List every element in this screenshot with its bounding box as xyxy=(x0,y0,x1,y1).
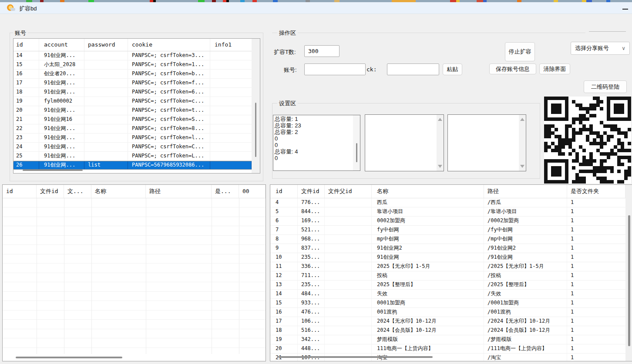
expand-t-input[interactable] xyxy=(304,45,340,57)
account-row[interactable]: 2491创业网...PANPSC=; csrfToken=C... xyxy=(13,143,260,152)
scroll-up-icon[interactable] xyxy=(520,118,524,121)
file-row[interactable]: 20448...111电商一【上货内容】/111电商一【上货内容】1 xyxy=(270,344,625,354)
account-row[interactable]: 1791创业网...PANPSC=; csrfToken=f... xyxy=(13,79,260,88)
rt-col-name[interactable]: 名称 xyxy=(372,185,484,198)
file-row[interactable]: 13235...2025【整理后】/2025【整理后】1 xyxy=(270,281,625,290)
capacity-line[interactable]: 0 xyxy=(273,155,360,161)
account-cell-password xyxy=(84,115,128,124)
scroll-up-icon[interactable] xyxy=(438,118,442,121)
file-row[interactable]: 11336...2025【无水印】1-5月/2025【无水印】1-5月1 xyxy=(270,262,625,271)
file-row[interactable]: 5844...靠谱小项目/靠谱小项目1 xyxy=(270,207,625,217)
account-col-id[interactable]: id xyxy=(13,39,39,51)
file-row[interactable]: 12711...投稿/投稿1 xyxy=(270,271,625,281)
account-cell-account: 91创业网... xyxy=(39,79,84,87)
lt-col-fileid[interactable]: 文件id xyxy=(37,185,64,198)
file-cell: 19 xyxy=(270,335,298,344)
account-row[interactable]: 2591创业网...PANPSC=; csrfToken=L... xyxy=(13,152,260,161)
file-row[interactable]: 16476...001渡鸦/001渡鸦1 xyxy=(270,308,625,317)
file-cell: 001渡鸦 xyxy=(372,308,484,317)
rt-col-fileid[interactable]: 文件id xyxy=(298,185,325,198)
account-row[interactable]: 19fylm00002PANPSC=; csrfToken=c... xyxy=(13,97,260,106)
paste-button[interactable]: 粘贴 xyxy=(443,63,462,75)
lt-col-path[interactable]: 路径 xyxy=(146,185,212,198)
account-col-cookie[interactable]: cookie xyxy=(128,39,210,51)
file-row[interactable]: 4776...西瓜/西瓜1 xyxy=(270,198,625,207)
capacity-line[interactable]: 0 xyxy=(273,142,360,148)
account-col-info1[interactable]: info1 xyxy=(210,39,252,51)
account-row[interactable]: 2691创业网...listPANPSC=5679685932086... xyxy=(13,161,260,170)
capacity-line[interactable]: 总容量: 23 xyxy=(273,122,360,129)
file-row[interactable]: 18516...2024【会员版】10-12月/2024【会员版】10-12月1 xyxy=(270,326,625,335)
capacity-line[interactable]: 总容量: 1 xyxy=(273,116,360,122)
account-row[interactable]: 2291创业网...PANPSC=; csrfToken=8... xyxy=(13,124,260,134)
account-cell-info1 xyxy=(210,152,252,160)
account-cell-account: 91创业网... xyxy=(39,143,84,151)
right-table-vscroll-thumb[interactable] xyxy=(628,215,630,346)
capacity-scroll-thumb[interactable] xyxy=(356,143,357,162)
account-col-password[interactable]: password xyxy=(84,39,128,51)
file-cell: 235... xyxy=(298,253,325,262)
account-cell-cookie: PANPSC=; csrfToken=6... xyxy=(128,88,210,97)
minimize-button[interactable] xyxy=(621,5,630,13)
lt-col-isdir[interactable]: 是... xyxy=(212,185,239,198)
lt-col-id[interactable]: id xyxy=(3,185,37,198)
right-file-table: id 文件id 文件父id 名称 路径 是否文件夹 4776...西瓜/西瓜15… xyxy=(270,184,632,361)
file-row[interactable]: 17106...2024【无水印】10-12月/2024【无水印】10-12月1 xyxy=(270,317,625,326)
scroll-down-icon[interactable] xyxy=(520,165,524,168)
file-row[interactable]: 8968...mp中创网/mp中创网1 xyxy=(270,235,625,244)
account-row[interactable]: 16创业者20...PANPSC=; csrfToken=b... xyxy=(13,70,260,79)
capacity-line[interactable]: 0 xyxy=(273,135,360,142)
account-cell-cookie: PANPSC=; csrfToken=f... xyxy=(128,79,210,87)
account-row[interactable]: 2091创业网...PANPSC=; csrfToken=t... xyxy=(13,106,260,115)
left-table-hscroll-thumb[interactable] xyxy=(16,357,122,358)
op-account-input[interactable] xyxy=(304,63,366,75)
account-hscroll-thumb[interactable] xyxy=(23,170,83,171)
file-row[interactable]: 15933...0001加盟商/0001加盟商1 xyxy=(270,299,625,308)
right-table-header: id 文件id 文件父id 名称 路径 是否文件夹 xyxy=(270,185,632,198)
file-row[interactable]: 19342...梦雨模版/梦雨模版1 xyxy=(270,335,625,344)
capacity-line[interactable]: 总容量: 4 xyxy=(273,148,360,155)
file-row[interactable]: 6169...0002加盟商/0002加盟商1 xyxy=(270,217,625,226)
file-cell: 235... xyxy=(298,281,325,289)
clear-ui-button[interactable]: 清除界面 xyxy=(539,63,570,74)
account-row[interactable]: 2391创业网...PANPSC=; csrfToken=l... xyxy=(13,134,260,143)
rt-col-path[interactable]: 路径 xyxy=(484,185,567,198)
rt-col-id[interactable]: id xyxy=(270,185,298,198)
share-account-select[interactable]: 选择分享账号 ∨ xyxy=(571,42,630,55)
account-col-account[interactable]: account xyxy=(39,39,84,51)
scroll-down-icon[interactable] xyxy=(438,165,442,168)
account-vscroll-thumb[interactable] xyxy=(255,103,256,157)
file-cell: 1 xyxy=(567,271,625,280)
account-cell-info1 xyxy=(210,60,252,69)
file-cell: 1 xyxy=(567,299,625,307)
account-cell-password xyxy=(84,143,128,151)
account-row[interactable]: 15小太阳_2028PANPSC=; csrfToken=1... xyxy=(13,60,260,70)
capacity-line[interactable]: 总容量: 2 xyxy=(273,129,360,135)
qr-login-button[interactable]: 二维码登陆 xyxy=(584,80,627,93)
file-cell: 1 xyxy=(567,207,625,216)
account-cell-id: 25 xyxy=(13,152,39,160)
account-row[interactable]: 1891创业网...PANPSC=; csrfToken=6... xyxy=(13,88,260,97)
file-cell: 1 xyxy=(567,326,625,335)
listbox2-scrollbar[interactable] xyxy=(437,115,444,171)
rt-col-parentid[interactable]: 文件父id xyxy=(325,185,372,198)
file-row[interactable]: 7521...fy中创网/fy中创网1 xyxy=(270,226,625,235)
save-account-button[interactable]: 保存账号信息 xyxy=(489,63,536,74)
lt-col-trunc[interactable]: 文... xyxy=(64,185,91,198)
account-row[interactable]: 2191创业网16PANPSC=; csrfToken=S... xyxy=(13,115,260,124)
rt-col-isdir[interactable]: 是否文件夹 xyxy=(567,185,625,198)
stop-expand-button[interactable]: 停止扩容 xyxy=(505,42,535,61)
listbox3-scrollbar[interactable] xyxy=(519,115,526,171)
file-row[interactable]: 9837...91创业网2/91创业网21 xyxy=(270,244,625,253)
lt-col-00[interactable]: 00 xyxy=(239,185,266,198)
account-cell-account: 创业者20... xyxy=(39,70,84,78)
file-cell: 18 xyxy=(270,326,298,335)
file-cell: 776... xyxy=(298,198,325,207)
account-row[interactable]: 1491创业网...PANPSC=; csrfToken=3... xyxy=(13,51,260,60)
account-cell-id: 20 xyxy=(13,106,39,115)
right-table-hscroll-thumb[interactable] xyxy=(278,356,433,358)
ck-input[interactable] xyxy=(387,63,439,75)
lt-col-name[interactable]: 名称 xyxy=(91,185,146,198)
file-row[interactable]: 14484...失效/失效1 xyxy=(270,290,625,299)
file-row[interactable]: 10235...91创业网/91创业网1 xyxy=(270,253,625,262)
